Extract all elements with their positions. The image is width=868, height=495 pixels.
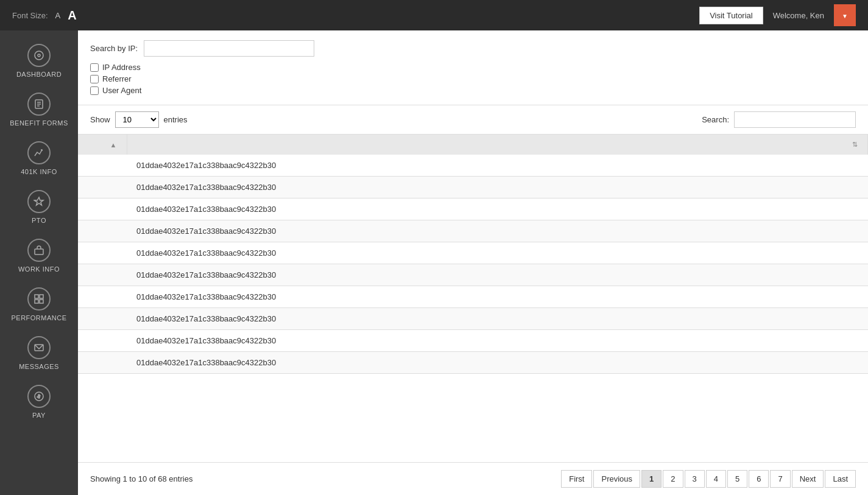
sidebar-label-performance: PERFORMANCE (11, 314, 66, 321)
checkbox-ip-address[interactable] (90, 63, 99, 72)
table-cell-col1 (78, 264, 127, 286)
sidebar-item-401k-info[interactable]: 401K INFO (0, 134, 78, 183)
svg-rect-6 (35, 249, 43, 255)
table-cell-col2: 01ddae4032e17a1c338baac9c4322b30 (127, 264, 868, 286)
show-label: Show (90, 115, 110, 124)
search-by-ip-label: Search by IP: (90, 44, 138, 53)
page-5-button[interactable]: 5 (727, 470, 747, 488)
checkbox-ip-address-label: IP Address (102, 63, 141, 72)
header: Font Size: A A Visit Tutorial Welcome, K… (0, 0, 868, 30)
main-layout: DASHBOARD BENEFIT FORMS 401K INFO PTO WO… (0, 30, 868, 495)
visit-tutorial-button[interactable]: Visit Tutorial (699, 7, 763, 24)
table-cell-col1 (78, 198, 127, 220)
checkbox-referrer[interactable] (90, 75, 99, 83)
table-search: Search: (702, 111, 856, 128)
table-row: 01ddae4032e17a1c338baac9c4322b30 (78, 286, 868, 308)
sidebar: DASHBOARD BENEFIT FORMS 401K INFO PTO WO… (0, 30, 78, 495)
sidebar-item-work-info[interactable]: WORK INFO (0, 231, 78, 280)
table-row: 01ddae4032e17a1c338baac9c4322b30 (78, 330, 868, 352)
page-7-button[interactable]: 7 (770, 470, 790, 488)
sidebar-label-benefit-forms: BENEFIT FORMS (10, 119, 68, 127)
sidebar-icon-performance (27, 287, 51, 311)
filter-checkboxes: IP Address Referrer User Agent (90, 63, 856, 95)
table-cell-col1 (78, 155, 127, 177)
content-area: Search by IP: IP Address Referrer User A… (78, 30, 868, 495)
table-row: 01ddae4032e17a1c338baac9c4322b30 (78, 352, 868, 374)
col-header-1[interactable]: ▲ (78, 135, 127, 155)
previous-button[interactable]: Previous (593, 470, 640, 488)
svg-rect-10 (40, 300, 43, 303)
checkbox-referrer-row: Referrer (90, 74, 856, 83)
table-cell-col1 (78, 286, 127, 308)
sidebar-icon-pay (27, 385, 51, 408)
sidebar-label-dashboard: DASHBOARD (16, 71, 62, 78)
checkbox-referrer-label: Referrer (102, 74, 132, 83)
table-row: 01ddae4032e17a1c338baac9c4322b30 (78, 264, 868, 286)
sort-arrows-1: ▲ (110, 141, 117, 149)
table-row: 01ddae4032e17a1c338baac9c4322b30 (78, 177, 868, 198)
header-right: Visit Tutorial Welcome, Ken ▼ (699, 4, 856, 26)
page-2-button[interactable]: 2 (663, 470, 683, 488)
sidebar-icon-401k-info (27, 141, 51, 164)
table-cell-col2: 01ddae4032e17a1c338baac9c4322b30 (127, 155, 868, 177)
font-size-small[interactable]: A (55, 11, 61, 20)
search-label: Search: (702, 115, 729, 124)
table-row: 01ddae4032e17a1c338baac9c4322b30 (78, 220, 868, 242)
table-body: 01ddae4032e17a1c338baac9c4322b30 01ddae4… (78, 155, 868, 374)
page-1-button[interactable]: 1 (641, 470, 662, 488)
sort-arrows-2: ⇅ (852, 141, 858, 149)
sidebar-item-pay[interactable]: PAY (0, 377, 78, 426)
sidebar-item-pto[interactable]: PTO (0, 183, 78, 231)
sidebar-item-benefit-forms[interactable]: BENEFIT FORMS (0, 85, 78, 134)
filter-bar: Search by IP: IP Address Referrer User A… (78, 30, 868, 105)
checkbox-ip-address-row: IP Address (90, 63, 856, 72)
showing-info: Showing 1 to 10 of 68 entries (90, 474, 192, 483)
sidebar-item-dashboard[interactable]: DASHBOARD (0, 37, 78, 85)
next-button[interactable]: Next (792, 470, 824, 488)
sidebar-label-pto: PTO (32, 217, 46, 224)
welcome-text: Welcome, Ken (773, 11, 824, 20)
col-header-2[interactable]: ⇅ (127, 135, 868, 155)
svg-rect-7 (35, 295, 38, 298)
table-cell-col2: 01ddae4032e17a1c338baac9c4322b30 (127, 177, 868, 198)
user-avatar[interactable]: ▼ (834, 4, 856, 26)
last-button[interactable]: Last (825, 470, 856, 488)
first-button[interactable]: First (561, 470, 592, 488)
table-row: 01ddae4032e17a1c338baac9c4322b30 (78, 242, 868, 264)
table-cell-col2: 01ddae4032e17a1c338baac9c4322b30 (127, 198, 868, 220)
checkbox-user-agent-row: User Agent (90, 86, 856, 95)
table-cell-col1 (78, 220, 127, 242)
page-3-button[interactable]: 3 (685, 470, 705, 488)
sidebar-icon-dashboard (27, 44, 51, 67)
table-cell-col2: 01ddae4032e17a1c338baac9c4322b30 (127, 220, 868, 242)
search-by-ip-input[interactable] (144, 40, 314, 57)
page-4-button[interactable]: 4 (706, 470, 726, 488)
sidebar-label-401k-info: 401K INFO (21, 168, 57, 175)
sidebar-item-performance[interactable]: PERFORMANCE (0, 280, 78, 329)
sidebar-item-messages[interactable]: MESSAGES (0, 329, 78, 377)
data-table: ▲ ⇅ 01ddae4032e17a1c338baac9c4322b30 01d… (78, 135, 868, 374)
svg-point-0 (35, 51, 43, 60)
table-cell-col2: 01ddae4032e17a1c338baac9c4322b30 (127, 242, 868, 264)
search-by-ip-row: Search by IP: (90, 40, 856, 57)
table-cell-col1 (78, 242, 127, 264)
sidebar-label-pay: PAY (32, 412, 46, 419)
table-cell-col1 (78, 330, 127, 352)
checkbox-user-agent[interactable] (90, 86, 99, 95)
table-search-input[interactable] (734, 111, 856, 128)
sidebar-label-messages: MESSAGES (19, 363, 59, 370)
table-container: ▲ ⇅ 01ddae4032e17a1c338baac9c4322b30 01d… (78, 134, 868, 462)
table-cell-col1 (78, 177, 127, 198)
table-cell-col1 (78, 308, 127, 330)
font-size-label: Font Size: (12, 11, 48, 20)
font-size-large[interactable]: A (68, 9, 76, 23)
table-cell-col1 (78, 352, 127, 374)
table-cell-col2: 01ddae4032e17a1c338baac9c4322b30 (127, 330, 868, 352)
avatar-dropdown-arrow: ▼ (842, 13, 848, 19)
page-6-button[interactable]: 6 (749, 470, 769, 488)
table-header-row: ▲ ⇅ (78, 135, 868, 155)
entries-select[interactable]: 10 25 50 100 (115, 111, 159, 128)
svg-point-1 (38, 54, 40, 57)
entries-label: entries (164, 115, 188, 124)
table-row: 01ddae4032e17a1c338baac9c4322b30 (78, 308, 868, 330)
